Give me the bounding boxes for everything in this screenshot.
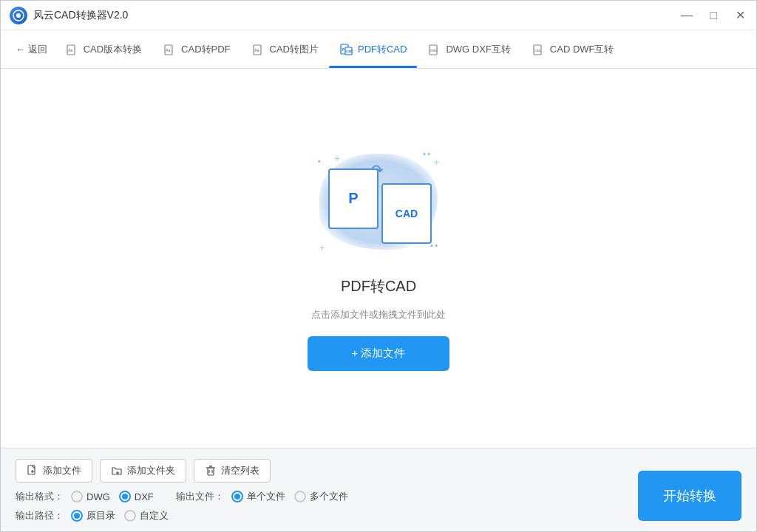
add-folder-icon [111,465,123,477]
format-dxf-option[interactable]: DXF [119,491,154,502]
path-custom-radio[interactable] [124,510,136,522]
tab-cad-pdf-label: CAD转PDF [181,43,230,56]
file-single-label: 单个文件 [247,490,285,503]
output-format-label: 输出格式： [16,490,64,503]
feature-desc: 点击添加文件或拖拽文件到此处 [311,308,446,321]
output-file-label: 输出文件： [176,490,224,503]
format-dxf-label: DXF [135,491,154,502]
tab-cad-version[interactable]: Aa CAD版本转换 [55,30,152,68]
svg-rect-21 [208,468,214,475]
title-bar: 风云CAD转换器V2.0 — □ ✕ [1,1,756,30]
deco-dot3: • • [430,242,438,250]
file-single-radio[interactable] [231,491,243,502]
output-format-group: 输出格式： DWG DXF [16,490,154,503]
tab-dwg-dxf[interactable]: DWG DWG DXF互转 [417,30,520,68]
tab-cad-dwf[interactable]: CAD CAD DWF互转 [521,30,625,68]
add-file-icon [27,465,38,477]
nav-tabs: Aa CAD版本转换 Aa CAD转PDF Aa CAD转图片 [55,30,749,68]
feature-title: PDF转CAD [341,276,416,296]
upload-area: + + + • • • • • P ↷ CAD PDF转CAD 点击添加文件或拖… [308,146,450,371]
tab-cad-image-label: CAD转图片 [270,43,319,56]
format-dwg-label: DWG [86,491,110,502]
tab-cad-image[interactable]: Aa CAD转图片 [241,30,329,68]
path-custom-label: 自定义 [140,509,169,522]
tab-pdf-cad[interactable]: P CAD PDF转CAD [329,30,417,68]
file-multiple-radio[interactable] [294,491,306,502]
deco-plus3: + [434,157,439,168]
output-path-label: 输出路径： [16,509,64,522]
main-content: + + + • • • • • P ↷ CAD PDF转CAD 点击添加文件或拖… [1,69,756,448]
pdf-cad-icon: P CAD [339,42,354,57]
path-original-radio[interactable] [71,510,83,522]
tab-cad-version-label: CAD版本转换 [84,43,142,56]
title-bar-left: 风云CAD转换器V2.0 [10,7,128,24]
output-path-group: 输出路径： 原目录 自定义 [16,509,169,522]
svg-text:CAD: CAD [534,49,541,52]
cad-label: CAD [396,208,418,219]
window-controls: — □ ✕ [679,10,747,21]
svg-text:Aa: Aa [68,48,73,52]
bottom-path-options: 输出路径： 原目录 自定义 [16,509,741,522]
tab-cad-dwf-label: CAD DWF互转 [550,43,614,56]
cad-image-icon: Aa [251,42,266,57]
clear-list-label: 清空列表 [221,464,259,477]
deco-plus2: + [319,243,325,253]
file-single-option[interactable]: 单个文件 [231,490,285,503]
dwg-dxf-icon: DWG [427,42,442,57]
cad-doc-icon: CAD [381,183,432,244]
app-title: 风云CAD转换器V2.0 [33,9,128,22]
format-dwg-radio[interactable] [71,491,83,502]
deco-dot1: • [318,157,321,166]
file-multiple-option[interactable]: 多个文件 [294,490,348,503]
convert-arrow-icon: ↷ [371,161,384,179]
cad-version-icon: Aa [65,42,80,57]
cad-dwf-icon: CAD [532,42,546,57]
cad-pdf-icon: Aa [163,42,177,57]
illustration: + + + • • • • • P ↷ CAD [312,146,445,265]
svg-text:P: P [342,47,344,52]
path-custom-option[interactable]: 自定义 [124,509,169,522]
bottom-options: 输出格式： DWG DXF 输出文件： [16,490,741,503]
close-button[interactable]: ✕ [733,10,747,21]
tab-pdf-cad-label: PDF转CAD [358,43,407,56]
output-file-group: 输出文件： 单个文件 多个文件 [176,490,348,503]
minimize-button[interactable]: — [679,10,694,21]
main-add-file-button[interactable]: + 添加文件 [308,336,450,371]
svg-rect-16 [28,466,35,474]
format-dwg-option[interactable]: DWG [71,491,110,502]
svg-text:Aa: Aa [166,48,171,52]
add-file-button[interactable]: 添加文件 [16,459,92,482]
tab-dwg-dxf-label: DWG DXF互转 [446,43,510,56]
clear-list-button[interactable]: 清空列表 [194,459,271,482]
add-folder-label: 添加文件夹 [127,464,175,477]
start-convert-button[interactable]: 开始转换 [638,471,741,521]
format-dxf-radio[interactable] [119,491,131,502]
file-multiple-label: 多个文件 [310,490,348,503]
file-radio-group: 单个文件 多个文件 [231,490,348,503]
add-file-label: 添加文件 [43,464,81,477]
svg-text:CAD: CAD [346,50,353,53]
svg-text:Aa: Aa [254,48,259,52]
format-radio-group: DWG DXF [71,491,154,502]
bottom-wrapper: 添加文件 添加文件夹 清空列表 [1,448,756,531]
svg-text:DWG: DWG [430,49,438,52]
deco-dot2: • • [423,150,430,158]
path-radio-group: 原目录 自定义 [71,509,169,522]
svg-point-1 [16,13,21,18]
path-original-label: 原目录 [86,509,115,522]
clear-list-icon [205,465,217,477]
add-folder-button[interactable]: 添加文件夹 [100,459,186,482]
back-button[interactable]: ← 返回 [8,30,55,68]
app-logo [10,7,27,24]
nav-bar: ← 返回 Aa CAD版本转换 Aa CAD转PDF [1,30,756,69]
restore-button[interactable]: □ [706,10,721,21]
tab-cad-pdf[interactable]: Aa CAD转PDF [152,30,240,68]
pdf-label: P [348,190,358,207]
path-original-option[interactable]: 原目录 [71,509,115,522]
deco-plus1: + [334,152,340,164]
bottom-toolbar: 添加文件 添加文件夹 清空列表 [16,459,741,482]
